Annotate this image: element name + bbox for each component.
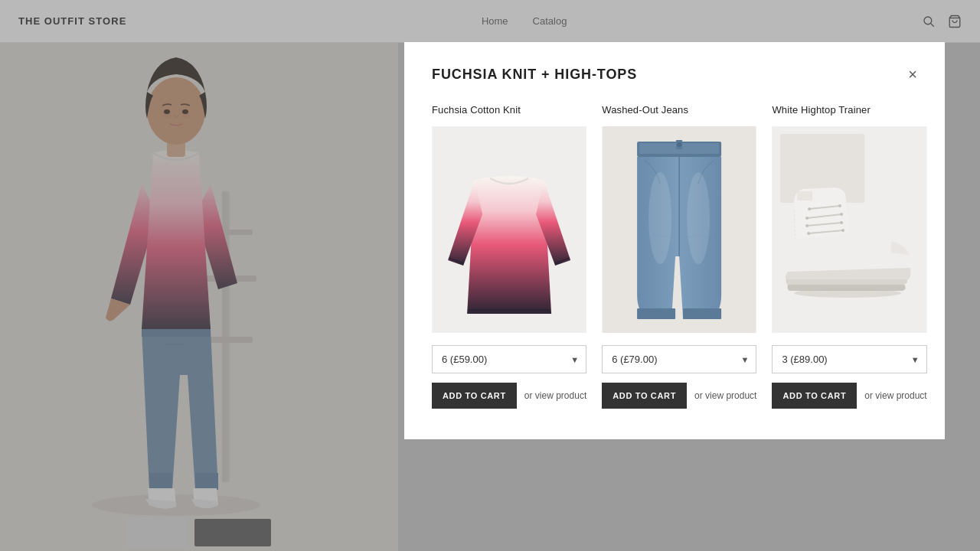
trainer-add-to-cart-button[interactable]: ADD TO CART	[772, 383, 857, 409]
outfit-modal: FUCHSIA KNIT + HIGH-TOPS × Fuchsia Cotto…	[404, 42, 945, 439]
modal-title: FUCHSIA KNIT + HIGH-TOPS	[432, 67, 637, 83]
product-jeans-select[interactable]: 6 (£79.00)8 (£79.00)10 (£79.00)12 (£79.0…	[602, 345, 756, 373]
product-knit: Fuchsia Cotton Knit	[432, 104, 586, 409]
product-knit-image	[432, 126, 586, 333]
product-jeans-actions: ADD TO CART or view product	[602, 383, 756, 409]
knit-add-to-cart-button[interactable]: ADD TO CART	[432, 383, 517, 409]
svg-rect-45	[798, 191, 813, 201]
product-jeans-select-wrap: 6 (£79.00)8 (£79.00)10 (£79.00)12 (£79.0…	[602, 345, 756, 373]
close-button[interactable]: ×	[908, 67, 917, 82]
product-trainer: White Hightop Trainer	[772, 104, 926, 409]
product-jeans-image	[602, 126, 756, 333]
product-jeans: Washed-Out Jeans	[602, 104, 756, 409]
product-knit-select-wrap: 6 (£59.00)8 (£59.00)10 (£59.00)12 (£59.0…	[432, 345, 586, 373]
product-knit-select[interactable]: 6 (£59.00)8 (£59.00)10 (£59.00)12 (£59.0…	[432, 345, 586, 373]
svg-point-40	[808, 207, 812, 210]
svg-point-39	[808, 232, 811, 235]
product-trainer-image	[772, 126, 926, 333]
svg-point-42	[841, 221, 844, 224]
svg-point-43	[842, 229, 845, 232]
product-jeans-name: Washed-Out Jeans	[602, 104, 756, 116]
product-trainer-select-wrap: 3 (£89.00)4 (£89.00)5 (£89.00)6 (£89.00)…	[772, 345, 926, 373]
product-trainer-actions: ADD TO CART or view product	[772, 383, 926, 409]
modal-header: FUCHSIA KNIT + HIGH-TOPS ×	[432, 67, 917, 83]
jeans-view-product-link[interactable]: or view product	[694, 390, 756, 401]
svg-point-37	[806, 217, 809, 220]
svg-point-41	[841, 213, 844, 216]
product-trainer-name: White Hightop Trainer	[772, 104, 926, 116]
svg-point-25	[677, 142, 681, 147]
product-knit-actions: ADD TO CART or view product	[432, 383, 586, 409]
product-knit-name: Fuchsia Cotton Knit	[432, 104, 586, 116]
svg-point-38	[806, 224, 809, 227]
jeans-add-to-cart-button[interactable]: ADD TO CART	[602, 383, 687, 409]
svg-rect-28	[683, 308, 721, 319]
svg-point-29	[648, 172, 671, 264]
svg-point-44	[839, 204, 842, 207]
product-trainer-select[interactable]: 3 (£89.00)4 (£89.00)5 (£89.00)6 (£89.00)	[772, 345, 926, 373]
svg-rect-27	[637, 308, 675, 319]
svg-point-30	[687, 172, 710, 264]
trainer-view-product-link[interactable]: or view product	[864, 390, 926, 401]
svg-point-46	[795, 289, 902, 298]
products-grid: Fuchsia Cotton Knit	[432, 104, 917, 409]
knit-view-product-link[interactable]: or view product	[524, 390, 586, 401]
